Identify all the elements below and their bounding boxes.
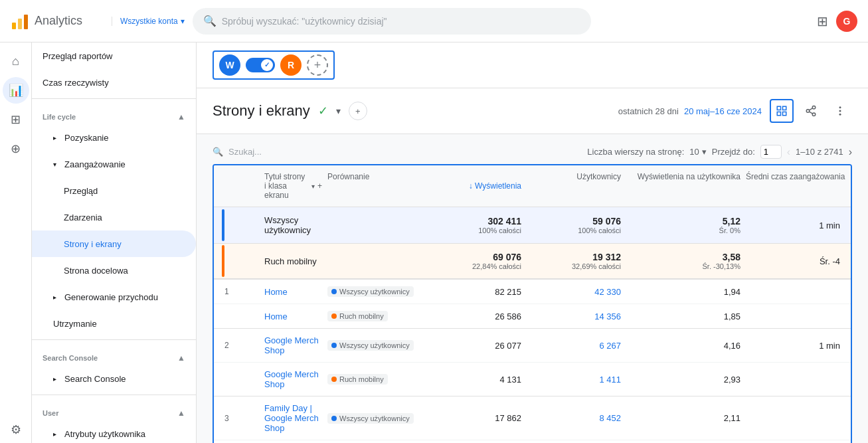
- col-header-page[interactable]: Tytuł strony i klasa ekranu ▾ +: [262, 165, 325, 207]
- search-bar[interactable]: 🔍 Spróbuj wyszukać: "użytkownicy dzisiaj…: [193, 8, 591, 35]
- col-header-views[interactable]: ↓ Wyświetlenia: [424, 165, 524, 207]
- sidebar-item-engagement[interactable]: Zaangażowanie: [32, 151, 196, 177]
- seg-dot: [331, 343, 337, 348]
- row-page-name[interactable]: Google Merch Shop: [262, 363, 325, 396]
- row-avg: [743, 310, 843, 323]
- col-header-users[interactable]: Użytkownicy: [524, 165, 624, 207]
- row-num: 1: [222, 280, 262, 303]
- nav-home[interactable]: ⌂: [3, 48, 29, 74]
- chevron-right-icon2: [53, 294, 56, 301]
- sidebar-item-overview[interactable]: Przegląd raportów: [32, 43, 196, 69]
- total-orange-avg: Śr. -4: [743, 248, 843, 274]
- chevron-right-icon: [53, 134, 56, 141]
- chevron-up-icon3: ▲: [177, 408, 185, 418]
- logo-area: Analytics: [11, 12, 104, 31]
- next-page-arrow[interactable]: ›: [849, 146, 852, 158]
- sidebar-item-overview-engagement[interactable]: Przegląd: [32, 177, 196, 204]
- sidebar-item-user-attributes[interactable]: Atrybuty użytkownika: [32, 420, 196, 443]
- row-page-name[interactable]: Family Day | Google Merch Shop: [262, 440, 325, 443]
- row-users: 6 267: [524, 334, 624, 357]
- add-col-icon[interactable]: +: [317, 181, 322, 191]
- section-user: User ▲: [32, 398, 196, 420]
- row-segment: Ruch mobilny: [325, 367, 424, 391]
- comparison-toggle[interactable]: [246, 58, 275, 72]
- add-metric-icon[interactable]: +: [349, 102, 367, 120]
- more-options-button[interactable]: [828, 99, 852, 123]
- sidebar-item-acquisition[interactable]: Pozyskanie: [32, 124, 196, 151]
- svg-point-14: [839, 114, 841, 116]
- nav-settings[interactable]: ⚙: [3, 416, 29, 443]
- sidebar-item-monetization[interactable]: Generowanie przychodu: [32, 284, 196, 310]
- rows-chevron: [702, 147, 707, 157]
- svg-rect-4: [783, 106, 786, 110]
- main-content: W R + Strony i ekrany ✓ ▾ + ostatnich 28…: [197, 43, 868, 443]
- sidebar-divider: [32, 98, 196, 99]
- total-orange-users: 19 312 32,69% całości: [524, 244, 624, 278]
- seg-dot: [331, 289, 337, 294]
- segment-w-avatar: W: [219, 54, 240, 76]
- sidebar-item-realtime[interactable]: Czas rzeczywisty: [32, 69, 196, 96]
- row-avg: [743, 412, 843, 425]
- sidebar-item-events[interactable]: Zdarzenia: [32, 204, 196, 230]
- row-page-name[interactable]: Home: [262, 305, 325, 328]
- svg-point-7: [812, 106, 816, 110]
- table-header-row: Tytuł strony i klasa ekranu ▾ + Porównan…: [214, 165, 851, 207]
- row-avg: [743, 285, 843, 298]
- page-title-dropdown[interactable]: ▾: [336, 106, 341, 116]
- nav-reports[interactable]: 📊: [3, 77, 29, 104]
- nav-explore[interactable]: ⊞: [3, 106, 29, 133]
- share-button[interactable]: [799, 99, 823, 123]
- analytics-logo: [11, 12, 29, 31]
- date-range[interactable]: ostatnich 28 dni 20 maj–16 cze 2024: [618, 106, 762, 116]
- row-segment: Ruch mobilny: [325, 304, 424, 328]
- comparison-total-orange: Ruch mobilny 69 076 22,84% całości 19 31…: [214, 244, 851, 280]
- total-orange-views: 69 076 22,84% całości: [424, 244, 524, 278]
- sidebar-item-search-console[interactable]: Search Console: [32, 365, 196, 392]
- svg-point-8: [806, 110, 810, 113]
- row-vpu: 2,11: [624, 406, 743, 430]
- customize-report-button[interactable]: [770, 99, 794, 123]
- svg-rect-3: [777, 106, 780, 110]
- row-vpu: 1,94: [624, 280, 743, 304]
- pagination: ‹ 1–10 z 2741 ›: [787, 146, 852, 158]
- svg-point-12: [839, 106, 841, 108]
- chevron-down-icon: [181, 17, 185, 26]
- sidebar-item-retention[interactable]: Utrzymanie: [32, 310, 196, 337]
- row-page-name[interactable]: Family Day | Google Merch Shop: [262, 397, 325, 440]
- sidebar-item-landing[interactable]: Strona docelowa: [32, 257, 196, 284]
- row-page-name[interactable]: Google Merch Shop: [262, 329, 325, 362]
- svg-rect-5: [777, 112, 780, 116]
- row-views: 4 131: [424, 368, 524, 391]
- row-vpu: 1,85: [624, 305, 743, 328]
- account-selector[interactable]: Wszystkie konta: [112, 17, 185, 26]
- sort-icon: ▾: [311, 183, 315, 190]
- total-blue-avg: 1 min: [743, 213, 843, 238]
- total-blue-label: Wszyscy użytkownicy: [262, 207, 325, 243]
- blue-bar: [222, 209, 224, 241]
- col-header-avg[interactable]: Średni czas zaangażowania: [743, 165, 843, 207]
- sidebar: Przegląd raportów Czas rzeczywisty Life …: [32, 43, 197, 443]
- table-search[interactable]: 🔍 Szukaj...: [213, 147, 262, 157]
- add-segment-button[interactable]: +: [307, 54, 328, 76]
- grid-icon[interactable]: ⊞: [817, 13, 828, 29]
- table-area: 🔍 Szukaj... Liczba wierszy na stronę: 10…: [197, 134, 868, 443]
- seg-dot: [331, 377, 337, 382]
- row-page-name[interactable]: Home: [262, 280, 325, 304]
- chevron-up-icon2: ▲: [177, 353, 185, 363]
- user-avatar[interactable]: G: [836, 11, 857, 32]
- search-icon: 🔍: [203, 15, 217, 27]
- goto-input[interactable]: [760, 145, 782, 159]
- row-users: 14 356: [524, 305, 624, 328]
- seg-dot: [331, 313, 337, 319]
- svg-line-10: [809, 112, 812, 114]
- col-header-views-per-user[interactable]: Wyświetlenia na użytkownika: [624, 165, 743, 207]
- row-num: 3: [222, 407, 262, 430]
- comparison-bar: W R +: [197, 43, 868, 88]
- sidebar-item-pages[interactable]: Strony i ekrany: [32, 230, 196, 257]
- nav-advertising[interactable]: ⊕: [3, 135, 29, 162]
- svg-point-13: [839, 110, 841, 112]
- left-icon-nav: ⌂ 📊 ⊞ ⊕ ⚙: [0, 43, 32, 443]
- table-row: 1 Home Wszyscy użytkownicy 82 215 42 330…: [214, 280, 851, 304]
- rows-selector[interactable]: 10: [689, 147, 706, 157]
- prev-page-arrow[interactable]: ‹: [787, 146, 790, 158]
